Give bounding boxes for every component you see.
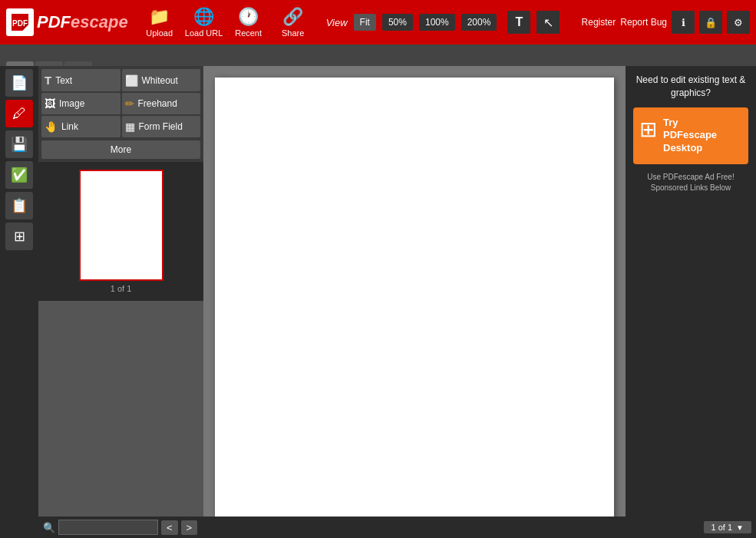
svg-text:PDF: PDF xyxy=(12,19,28,28)
logo-text: PDFescape xyxy=(37,12,128,32)
logo: PDF PDFescape xyxy=(6,8,128,36)
zoom-50-button[interactable]: 50% xyxy=(382,14,413,31)
try-desktop-button[interactable]: ⊞ Try PDFescape Desktop xyxy=(633,107,748,165)
search-input[interactable] xyxy=(58,520,158,535)
sidebar-pages-icon[interactable]: 📄 xyxy=(5,69,33,97)
text-tool-icon: T xyxy=(45,74,51,87)
load-url-button[interactable]: 🌐 Load URL xyxy=(185,7,223,38)
tools-grid: T Text ⬜ Whiteout 🖼 Image ✏ Freehand 🤚 xyxy=(38,66,203,140)
share-icon: 🔗 xyxy=(282,7,303,27)
form-field-tool-icon: ▦ xyxy=(125,120,135,133)
more-button[interactable]: More xyxy=(41,140,200,159)
whiteout-tool-button[interactable]: ⬜ Whiteout xyxy=(122,69,201,91)
text-cursor-button[interactable]: T xyxy=(507,11,530,34)
link-tool-button[interactable]: 🤚 Link xyxy=(41,116,120,137)
page-indicator[interactable]: 1 of 1 ▼ xyxy=(704,521,752,533)
tab-1[interactable] xyxy=(6,61,34,66)
whiteout-tool-icon: ⬜ xyxy=(125,74,138,87)
thumbnail-panel: 1 of 1 xyxy=(38,162,203,301)
form-field-tool-button[interactable]: ▦ Form Field xyxy=(122,116,201,137)
search-icon-bottom: 🔍 xyxy=(43,522,55,533)
ad-free-text: Use PDFescape Ad Free!Sponsored Links Be… xyxy=(647,172,734,193)
share-button[interactable]: 🔗 Share xyxy=(274,7,312,38)
recent-icon: 🕐 xyxy=(238,7,259,27)
pointer-button[interactable]: ↖ xyxy=(536,11,560,34)
settings-button[interactable]: ⚙ xyxy=(727,11,750,34)
upload-icon: 📁 xyxy=(149,7,170,27)
recent-button[interactable]: 🕐 Recent xyxy=(229,7,268,38)
upload-button[interactable]: 📁 Upload xyxy=(140,7,179,38)
sidebar-save-icon[interactable]: 💾 xyxy=(5,130,33,158)
zoom-100-button[interactable]: 100% xyxy=(419,14,455,31)
lock-button[interactable]: 🔒 xyxy=(699,11,722,34)
tab-2[interactable] xyxy=(35,61,63,66)
content-scroll[interactable] xyxy=(203,66,626,538)
freehand-tool-icon: ✏ xyxy=(125,97,134,110)
prev-page-button[interactable]: < xyxy=(161,520,178,535)
link-tool-icon: 🤚 xyxy=(45,120,58,133)
windows-icon: ⊞ xyxy=(639,117,657,142)
header-right: Register Report Bug ℹ 🔒 ⚙ xyxy=(582,11,750,34)
text-tool-button[interactable]: T Text xyxy=(41,69,120,91)
tab-3[interactable] xyxy=(64,61,92,66)
ad-headline: Need to edit existing text & graphics? xyxy=(632,74,750,100)
page-dropdown-icon: ▼ xyxy=(736,523,744,532)
fit-button[interactable]: Fit xyxy=(354,14,376,31)
header: PDF PDFescape 📁 Upload 🌐 Load URL 🕐 Rece… xyxy=(0,0,756,45)
logo-icon: PDF xyxy=(6,8,34,36)
pointer-icon: ↖ xyxy=(543,15,553,30)
sub-tabs xyxy=(0,45,756,66)
bottom-bar: 🔍 < > 1 of 1 ▼ xyxy=(38,517,756,538)
register-button[interactable]: Register xyxy=(582,17,616,28)
desktop-ad-text: Try PDFescape Desktop xyxy=(663,117,717,156)
next-page-button[interactable]: > xyxy=(181,520,198,535)
report-bug-button[interactable]: Report Bug xyxy=(620,17,667,28)
tools-panel: T Text ⬜ Whiteout 🖼 Image ✏ Freehand 🤚 xyxy=(38,66,203,162)
main-layout: 📄 🖊 💾 ✅ 📋 ⊞ T Text ⬜ Whiteout 🖼 Image xyxy=(0,66,756,538)
sidebar-grid-icon[interactable]: ⊞ xyxy=(5,223,33,250)
info-button[interactable]: ℹ xyxy=(672,11,695,34)
zoom-200-button[interactable]: 200% xyxy=(461,14,497,31)
left-sidebar: 📄 🖊 💾 ✅ 📋 ⊞ xyxy=(0,66,38,538)
left-panel: T Text ⬜ Whiteout 🖼 Image ✏ Freehand 🤚 xyxy=(38,66,203,538)
sidebar-annotate-icon[interactable]: 🖊 xyxy=(5,100,33,127)
image-tool-button[interactable]: 🖼 Image xyxy=(41,93,120,114)
view-label: View xyxy=(326,17,348,28)
pdf-page xyxy=(215,78,614,538)
sidebar-check-icon[interactable]: ✅ xyxy=(5,161,33,189)
load-url-icon: 🌐 xyxy=(193,7,214,27)
page-thumbnail[interactable] xyxy=(79,170,163,281)
sidebar-list-icon[interactable]: 📋 xyxy=(5,192,33,219)
freehand-tool-button[interactable]: ✏ Freehand xyxy=(122,93,201,114)
image-tool-icon: 🖼 xyxy=(45,97,55,110)
thumbnail-label: 1 of 1 xyxy=(46,284,196,293)
right-sidebar: Need to edit existing text & graphics? ⊞… xyxy=(626,66,756,538)
content-wrapper xyxy=(203,66,626,538)
